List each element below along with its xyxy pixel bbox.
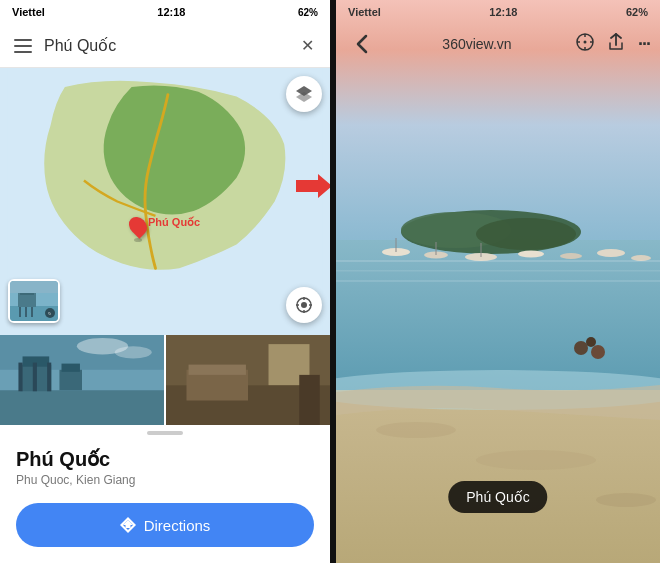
svg-rect-62 (336, 270, 660, 272)
right-panel: Viettel 12:18 62% 360view.vn (336, 0, 660, 563)
svg-rect-31 (59, 370, 82, 391)
map-area[interactable]: Phú Quốc (0, 68, 330, 335)
right-nav-icons: ··· (576, 33, 650, 55)
svg-rect-61 (336, 260, 660, 262)
svg-point-54 (518, 251, 544, 258)
left-battery: 62% (298, 7, 318, 18)
svg-point-34 (115, 346, 152, 358)
directions-label: Directions (144, 517, 211, 534)
svg-point-67 (586, 337, 596, 347)
scroll-dot (147, 431, 183, 435)
beach-scene-svg (336, 0, 660, 563)
photo-left (0, 335, 164, 425)
svg-point-50 (476, 218, 576, 250)
bottom-card: Phú Quốc Phu Quoc, Kien Giang Directions (0, 335, 330, 563)
right-battery: 62% (626, 6, 648, 18)
left-panel: Viettel 12:18 62% Phú Quốc ✕ (0, 0, 330, 563)
svg-point-69 (476, 450, 596, 470)
share-icon[interactable] (608, 33, 624, 55)
layer-button[interactable] (286, 76, 322, 112)
close-icon[interactable]: ✕ (296, 35, 318, 57)
svg-rect-24 (0, 390, 164, 425)
right-status-bar: Viettel 12:18 62% (336, 0, 660, 24)
svg-point-68 (376, 422, 456, 438)
map-pin (130, 216, 146, 242)
svg-point-65 (574, 341, 588, 355)
svg-rect-19 (10, 281, 58, 293)
nav-title: 360view.vn (442, 36, 511, 52)
place-subtitle: Phu Quoc, Kien Giang (16, 473, 314, 487)
svg-rect-2 (14, 51, 32, 53)
svg-point-55 (560, 253, 582, 259)
svg-marker-22 (296, 174, 330, 198)
svg-rect-29 (33, 363, 37, 392)
svg-rect-30 (47, 363, 51, 392)
back-button[interactable] (346, 28, 378, 60)
right-time: 12:18 (489, 6, 517, 18)
place-info: Phú Quốc Phu Quoc, Kien Giang (0, 439, 330, 497)
svg-point-66 (591, 345, 605, 359)
place-name: Phú Quốc (16, 447, 314, 471)
svg-rect-39 (189, 365, 246, 375)
more-icon[interactable]: ··· (638, 34, 650, 55)
left-carrier: Viettel (12, 6, 45, 18)
svg-point-56 (597, 249, 625, 257)
compass-icon[interactable] (576, 33, 594, 55)
right-carrier: Viettel (348, 6, 381, 18)
photos-strip (0, 335, 330, 425)
left-time: 12:18 (157, 6, 185, 18)
scroll-indicator (0, 425, 330, 439)
search-bar: Phú Quốc ✕ (0, 24, 330, 68)
directions-icon (120, 517, 136, 533)
svg-rect-63 (336, 280, 660, 282)
pin-shadow (134, 238, 142, 242)
svg-rect-41 (299, 375, 320, 425)
directions-button[interactable]: Directions (16, 503, 314, 547)
svg-point-72 (583, 41, 586, 44)
svg-rect-14 (18, 293, 36, 307)
street-view-thumbnail[interactable]: ↻ (8, 279, 60, 323)
search-input[interactable]: Phú Quốc (44, 36, 286, 55)
left-status-right: 62% (298, 7, 318, 18)
svg-point-70 (596, 493, 656, 507)
right-status-icons: 62% (626, 6, 648, 18)
left-status-bar: Viettel 12:18 62% (0, 0, 330, 24)
svg-rect-28 (18, 363, 22, 392)
right-nav-bar: 360view.vn ··· (336, 24, 660, 64)
menu-icon[interactable] (12, 35, 34, 57)
svg-text:↻: ↻ (48, 311, 51, 316)
svg-point-7 (301, 302, 307, 308)
location-label: Phú Quốc (448, 481, 547, 513)
svg-rect-32 (62, 364, 80, 372)
red-arrow (296, 174, 330, 202)
pin-label: Phú Quốc (148, 216, 200, 229)
location-button[interactable] (286, 287, 322, 323)
svg-rect-1 (14, 45, 32, 47)
svg-rect-0 (14, 39, 32, 41)
photo-right (166, 335, 330, 425)
svg-marker-5 (296, 92, 312, 102)
